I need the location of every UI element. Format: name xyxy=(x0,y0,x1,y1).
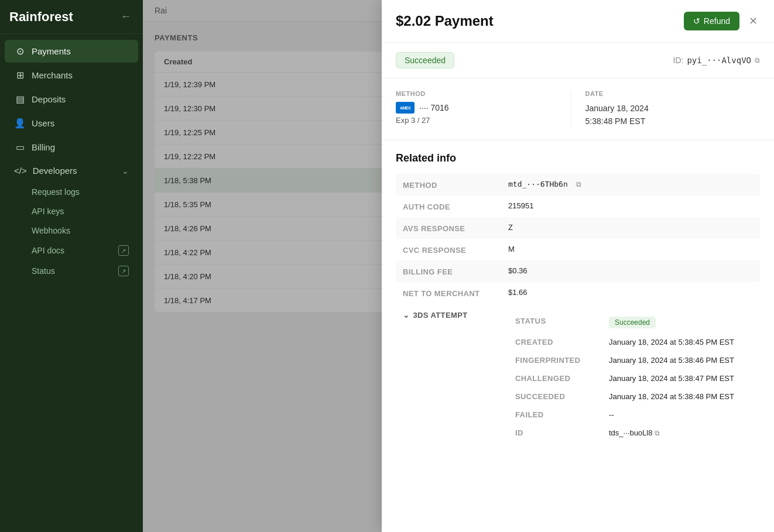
status-label: Status xyxy=(32,266,55,276)
deposits-icon: ▤ xyxy=(14,94,26,105)
external-link-icon: ↗ xyxy=(118,245,129,256)
request-logs-label: Request logs xyxy=(32,187,80,197)
tds-toggle[interactable]: ⌄ 3DS ATTEMPT xyxy=(403,311,494,320)
info-row: METHOD mtd_···6THb6n ⧉ xyxy=(396,174,760,195)
main-content: Rai PAYMENTS Created Type Status 1/19, 1… xyxy=(143,0,774,532)
sidebar-item-billing-label: Billing xyxy=(32,142,55,152)
tds-challenged-key: CHALLENGED xyxy=(508,369,602,387)
collapse-sidebar-button[interactable]: ← xyxy=(118,8,133,25)
info-val: 215951 xyxy=(501,195,760,217)
app-title: Rainforest xyxy=(9,9,73,25)
info-row: BILLING FEE $0.36 xyxy=(396,260,760,282)
copy-tds-id-icon[interactable]: ⧉ xyxy=(655,429,660,437)
related-info-table: METHOD mtd_···6THb6n ⧉ AUTH CODE 215951 … xyxy=(396,174,760,448)
info-row: CVC RESPONSE M xyxy=(396,239,760,260)
developers-icon: </> xyxy=(14,166,27,176)
info-val: $0.36 xyxy=(501,260,760,282)
tds-challenged-row: CHALLENGED January 18, 2024 at 5:38:47 P… xyxy=(508,369,753,387)
sidebar-item-payments[interactable]: ⊙ Payments xyxy=(5,40,138,63)
sidebar-item-merchants[interactable]: ⊞ Merchants xyxy=(5,64,138,87)
webhooks-label: Webhooks xyxy=(32,226,70,235)
payment-detail-panel: $2.02 Payment ↺ Refund ✕ Succeeded ID: p… xyxy=(382,0,774,532)
method-date-row: METHOD AMEX ···· 7016 Exp 3 / 27 DATE Ja… xyxy=(382,78,774,140)
tds-challenged-val: January 18, 2024 at 5:38:47 PM EST xyxy=(602,369,753,387)
chevron-down-icon: ⌄ xyxy=(122,166,129,176)
amex-logo: AMEX xyxy=(396,102,415,114)
date-column: DATE January 18, 2024 5:38:48 PM EST xyxy=(571,90,761,128)
tds-failed-key: FAILED xyxy=(508,406,602,424)
panel-actions: ↺ Refund ✕ xyxy=(684,12,760,30)
sidebar-item-api-keys[interactable]: API keys xyxy=(5,202,138,221)
info-val: mtd_···6THb6n ⧉ xyxy=(501,174,760,195)
tds-section-row: ⌄ 3DS ATTEMPT STATUS Succeeded CREATED J… xyxy=(396,304,760,448)
copy-id-icon[interactable]: ⧉ xyxy=(755,56,760,64)
info-key: NET TO MERCHANT xyxy=(396,282,501,304)
tds-status-key: STATUS xyxy=(508,312,602,333)
sidebar-item-webhooks[interactable]: Webhooks xyxy=(5,221,138,240)
refund-button[interactable]: ↺ Refund xyxy=(684,12,739,30)
method-label: METHOD xyxy=(396,90,571,97)
info-key: AUTH CODE xyxy=(396,195,501,217)
sidebar-item-request-logs[interactable]: Request logs xyxy=(5,183,138,201)
info-row: AVS RESPONSE Z xyxy=(396,217,760,239)
tds-id-key: ID xyxy=(508,424,602,442)
tds-fingerprinted-val: January 18, 2024 at 5:38:46 PM EST xyxy=(602,351,753,369)
related-info-section: Related info METHOD mtd_···6THb6n ⧉ AUTH… xyxy=(382,140,774,459)
panel-header: $2.02 Payment ↺ Refund ✕ xyxy=(382,0,774,43)
info-key: METHOD xyxy=(396,174,501,195)
info-val: $1.66 xyxy=(501,282,760,304)
sidebar-header: Rainforest ← xyxy=(0,0,143,34)
sidebar-item-status[interactable]: Status ↗ xyxy=(5,261,138,281)
related-info-title: Related info xyxy=(396,152,760,164)
refund-label: Refund xyxy=(704,16,730,26)
sidebar-item-deposits-label: Deposits xyxy=(32,94,66,104)
tds-label: 3DS ATTEMPT xyxy=(413,311,467,320)
sidebar-nav: ⊙ Payments ⊞ Merchants ▤ Deposits 👤 User… xyxy=(0,34,143,532)
tds-succeeded-val: January 18, 2024 at 5:38:48 PM EST xyxy=(602,387,753,406)
copy-field-icon[interactable]: ⧉ xyxy=(576,180,581,188)
tds-status-val: Succeeded xyxy=(602,312,753,333)
card-expiry: Exp 3 / 27 xyxy=(396,116,571,125)
sidebar-developers-label: Developers xyxy=(33,166,77,176)
tds-succeeded-row: SUCCEEDED January 18, 2024 at 5:38:48 PM… xyxy=(508,387,753,406)
payments-icon: ⊙ xyxy=(14,46,26,57)
sidebar-item-payments-label: Payments xyxy=(32,46,71,56)
method-column: METHOD AMEX ···· 7016 Exp 3 / 27 xyxy=(396,90,571,128)
date-value: January 18, 2024 5:38:48 PM EST xyxy=(585,102,761,128)
refund-icon: ↺ xyxy=(693,16,700,26)
status-badge: Succeeded xyxy=(396,52,454,68)
sidebar-item-users-label: Users xyxy=(32,118,54,128)
sidebar-item-billing[interactable]: ▭ Billing xyxy=(5,136,138,159)
info-row: AUTH CODE 215951 xyxy=(396,195,760,217)
sidebar-item-developers[interactable]: </> Developers ⌄ xyxy=(5,160,138,181)
sidebar-item-deposits[interactable]: ▤ Deposits xyxy=(5,88,138,111)
merchants-icon: ⊞ xyxy=(14,70,26,81)
api-keys-label: API keys xyxy=(32,207,64,216)
tds-inner-cell: STATUS Succeeded CREATED January 18, 202… xyxy=(501,304,760,448)
tds-failed-row: FAILED -- xyxy=(508,406,753,424)
close-panel-button[interactable]: ✕ xyxy=(746,12,760,30)
sidebar-item-api-docs[interactable]: API docs ↗ xyxy=(5,241,138,260)
tds-failed-val: -- xyxy=(602,406,753,424)
info-key: BILLING FEE xyxy=(396,260,501,282)
sidebar-item-users[interactable]: 👤 Users xyxy=(5,112,138,135)
info-val: M xyxy=(501,239,760,260)
tds-succeeded-key: SUCCEEDED xyxy=(508,387,602,406)
sidebar: Rainforest ← ⊙ Payments ⊞ Merchants ▤ De… xyxy=(0,0,143,532)
tds-created-val: January 18, 2024 at 5:38:45 PM EST xyxy=(602,333,753,351)
panel-title: $2.02 Payment xyxy=(396,13,494,29)
panel-status-row: Succeeded ID: pyi_···AlvqVO ⧉ xyxy=(382,43,774,78)
card-info: AMEX ···· 7016 xyxy=(396,102,571,114)
info-row: NET TO MERCHANT $1.66 xyxy=(396,282,760,304)
info-val: Z xyxy=(501,217,760,239)
date-label: DATE xyxy=(585,90,761,97)
id-label: ID: xyxy=(673,56,684,65)
tds-fingerprinted-row: FINGERPRINTED January 18, 2024 at 5:38:4… xyxy=(508,351,753,369)
info-key: CVC RESPONSE xyxy=(396,239,501,260)
tds-fingerprinted-key: FINGERPRINTED xyxy=(508,351,602,369)
panel-id-row: ID: pyi_···AlvqVO ⧉ xyxy=(673,56,760,65)
chevron-down-icon-tds: ⌄ xyxy=(403,311,409,320)
tds-inner-table: STATUS Succeeded CREATED January 18, 202… xyxy=(508,312,753,442)
tds-created-key: CREATED xyxy=(508,333,602,351)
card-number: ···· 7016 xyxy=(419,103,449,112)
